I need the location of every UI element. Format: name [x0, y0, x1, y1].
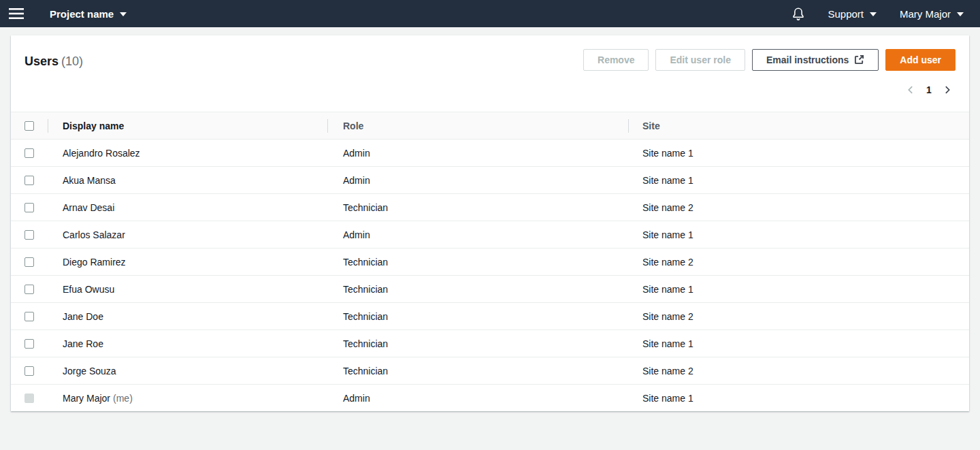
cell-site: Site name 1: [628, 229, 969, 240]
cell-display-name: Arnav Desai: [48, 202, 327, 213]
user-menu[interactable]: Mary Major: [900, 8, 964, 20]
row-checkbox[interactable]: [24, 176, 34, 185]
notifications-button[interactable]: [792, 7, 804, 20]
row-checkbox[interactable]: [24, 230, 34, 240]
row-checkbox: [24, 393, 34, 403]
cell-display-name: Diego Ramirez: [48, 257, 327, 268]
cell-display-name: Carlos Salazar: [48, 229, 327, 240]
support-label: Support: [828, 8, 864, 20]
cell-site: Site name 1: [628, 175, 969, 186]
table-row: Alejandro Rosalez Admin Site name 1: [11, 139, 969, 166]
cell-site: Site name 2: [628, 311, 969, 322]
table-header-row: Display name Role Site: [11, 112, 969, 139]
cell-role: Admin: [327, 148, 628, 159]
add-user-button[interactable]: Add user: [885, 49, 956, 71]
caret-down-icon: [870, 12, 877, 16]
cell-site: Site name 1: [628, 338, 969, 349]
users-title-text: Users: [24, 54, 59, 68]
cell-site: Site name 1: [628, 148, 969, 159]
cell-display-name: Jorge Souza: [48, 366, 327, 376]
row-checkbox[interactable]: [24, 366, 34, 376]
cell-role: Technician: [327, 366, 628, 376]
table-row: Arnav Desai Technician Site name 2: [11, 193, 969, 221]
cell-site: Site name 2: [628, 202, 969, 213]
external-link-icon: [854, 54, 864, 65]
caret-down-icon: [120, 12, 127, 16]
table-row: Mary Major(me) Admin Site name 1: [11, 384, 969, 411]
cell-display-name: Efua Owusu: [48, 284, 327, 295]
pagination: 1: [902, 80, 956, 99]
cell-site: Site name 1: [628, 284, 969, 295]
me-suffix: (me): [113, 393, 133, 404]
current-page-number[interactable]: 1: [921, 84, 936, 95]
user-menu-label: Mary Major: [900, 8, 951, 20]
chevron-left-icon: [902, 82, 919, 98]
cell-role: Admin: [327, 229, 628, 240]
page-title: Users(10): [24, 53, 83, 69]
cell-role: Technician: [327, 202, 628, 213]
table-actions: Remove Edit user role Email instructions…: [583, 49, 956, 71]
row-checkbox[interactable]: [24, 257, 34, 267]
column-header-role[interactable]: Role: [327, 112, 628, 139]
table-row: Akua Mansa Admin Site name 1: [11, 166, 969, 193]
cell-role: Admin: [327, 175, 628, 186]
row-checkbox[interactable]: [24, 312, 34, 321]
email-instructions-button[interactable]: Email instructions: [752, 49, 879, 71]
table-row: Diego Ramirez Technician Site name 2: [11, 248, 969, 275]
cell-role: Technician: [327, 338, 628, 349]
users-count: (10): [61, 54, 83, 68]
project-name-label: Project name: [50, 8, 114, 20]
table-row: Efua Owusu Technician Site name 1: [11, 275, 969, 302]
cell-role: Technician: [327, 284, 628, 295]
table-row: Jane Roe Technician Site name 1: [11, 330, 969, 357]
row-checkbox[interactable]: [24, 285, 34, 294]
users-table: Display name Role Site Alejandro Rosalez…: [11, 112, 969, 411]
cell-role: Technician: [327, 257, 628, 268]
project-name-menu[interactable]: Project name: [50, 8, 127, 20]
row-checkbox[interactable]: [24, 339, 34, 349]
notifications-bell-icon: [792, 7, 804, 20]
cell-display-name: Mary Major(me): [48, 393, 327, 404]
row-checkbox[interactable]: [24, 203, 34, 212]
column-header-site[interactable]: Site: [628, 112, 969, 139]
table-row: Carlos Salazar Admin Site name 1: [11, 221, 969, 248]
display-name-text: Mary Major: [63, 393, 110, 404]
cell-role: Technician: [327, 311, 628, 322]
cell-display-name: Akua Mansa: [48, 175, 327, 186]
table-row: Jane Doe Technician Site name 2: [11, 302, 969, 330]
users-panel-header: Users(10) Remove Edit user role Email in…: [11, 35, 969, 112]
remove-button[interactable]: Remove: [583, 49, 649, 71]
cell-display-name: Alejandro Rosalez: [48, 148, 327, 159]
column-header-display-name[interactable]: Display name: [48, 112, 327, 139]
cell-site: Site name 2: [628, 366, 969, 376]
cell-display-name: Jane Doe: [48, 311, 327, 322]
top-navigation: Project name Support Mary Major: [0, 0, 980, 27]
select-all-checkbox[interactable]: [24, 121, 34, 131]
support-menu[interactable]: Support: [828, 8, 877, 20]
cell-role: Admin: [327, 393, 628, 404]
hamburger-menu-glyph: [9, 7, 24, 20]
caret-down-icon: [957, 12, 964, 16]
chevron-right-icon[interactable]: [939, 82, 956, 98]
edit-user-role-button[interactable]: Edit user role: [655, 49, 745, 71]
cell-site: Site name 1: [628, 393, 969, 404]
cell-display-name: Jane Roe: [48, 338, 327, 349]
row-checkbox[interactable]: [24, 148, 34, 158]
email-instructions-label: Email instructions: [766, 50, 849, 70]
users-panel: Users(10) Remove Edit user role Email in…: [11, 35, 969, 411]
table-row: Jorge Souza Technician Site name 2: [11, 357, 969, 384]
cell-site: Site name 2: [628, 257, 969, 268]
hamburger-menu-icon[interactable]: [0, 0, 35, 27]
